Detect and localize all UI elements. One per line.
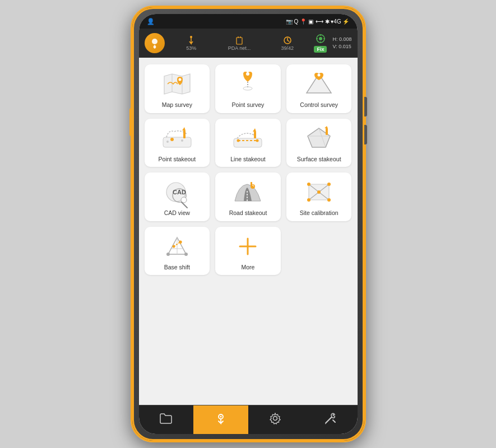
- svg-point-7: [319, 37, 322, 40]
- svg-point-25: [256, 139, 259, 142]
- device-inner: 👤 📷 Q 📍 ▣ ⟷ ✱ ▾4G ⚡: [139, 14, 358, 434]
- svg-point-24: [237, 139, 240, 142]
- h-value: H: 0.008: [332, 36, 351, 43]
- cad-view-item[interactable]: CAD CAD view: [145, 172, 210, 221]
- control-survey-label: Control survey: [300, 101, 338, 109]
- point-survey-item[interactable]: Point survey: [215, 64, 281, 113]
- app-logo[interactable]: [145, 33, 165, 53]
- site-calibration-icon: [303, 178, 335, 206]
- side-button-right-bottom[interactable]: [364, 125, 367, 144]
- bottom-nav: [139, 405, 358, 434]
- svg-point-45: [166, 253, 170, 256]
- screen: 👤 📷 Q 📍 ▣ ⟷ ✱ ▾4G ⚡: [139, 14, 358, 434]
- settings-icon: [269, 412, 281, 427]
- header-signal: 53%: [170, 36, 213, 51]
- svg-rect-2: [237, 38, 242, 44]
- point-stakeout-icon: [161, 124, 193, 152]
- header-count: 39/42: [266, 36, 309, 51]
- surface-stakeout-item[interactable]: Surface stakeout: [286, 119, 352, 167]
- network-label: PDA net...: [228, 45, 251, 51]
- svg-rect-18: [183, 130, 186, 138]
- svg-rect-23: [254, 132, 256, 138]
- control-survey-icon: [303, 70, 335, 98]
- nav-settings[interactable]: [248, 405, 303, 434]
- road-stakeout-label: Road stakeout: [229, 209, 267, 217]
- status-right-icons: ⟷ ✱ ▾4G ⚡: [316, 18, 350, 25]
- svg-line-55: [333, 420, 335, 422]
- svg-point-19: [170, 138, 174, 141]
- device: 👤 📷 Q 📍 ▣ ⟷ ✱ ▾4G ⚡: [131, 6, 366, 442]
- base-shift-label: Base shift: [164, 264, 190, 271]
- road-stakeout-icon: [232, 178, 263, 206]
- fix-badge: Fix: [314, 46, 327, 53]
- header-network: PDA net...: [218, 36, 261, 51]
- base-shift-icon: [161, 232, 193, 260]
- status-icons-text: 📷 Q 📍 ▣: [286, 18, 313, 25]
- surface-stakeout-label: Surface stakeout: [297, 156, 341, 163]
- header-coords: H: 0.008 V: 0.015: [332, 36, 351, 50]
- clock: 👤: [147, 18, 155, 25]
- line-stakeout-item[interactable]: Line stakeout: [215, 119, 281, 167]
- point-stakeout-item[interactable]: Point stakeout: [145, 119, 210, 167]
- svg-point-53: [220, 416, 221, 418]
- svg-rect-36: [251, 182, 252, 187]
- svg-point-12: [178, 78, 181, 81]
- signal-label: 53%: [186, 45, 196, 51]
- v-value: V: 0.015: [332, 43, 351, 50]
- svg-point-1: [190, 36, 192, 38]
- svg-point-48: [172, 245, 175, 248]
- more-item[interactable]: More: [215, 227, 281, 276]
- tools-icon: [324, 412, 336, 427]
- svg-point-39: [327, 183, 331, 186]
- cad-view-icon: CAD: [161, 178, 193, 206]
- header-fix: Fix: [314, 34, 327, 53]
- map-survey-icon: [161, 70, 193, 98]
- base-shift-item[interactable]: Base shift: [145, 227, 210, 276]
- svg-point-54: [274, 417, 277, 421]
- control-survey-item[interactable]: Control survey: [286, 64, 352, 113]
- site-calibration-label: Site calibration: [300, 209, 339, 217]
- survey-icon: [214, 412, 228, 427]
- status-icons: 📷 Q 📍 ▣ ⟷ ✱ ▾4G ⚡: [286, 18, 350, 25]
- nav-folder[interactable]: [139, 405, 194, 434]
- nav-survey[interactable]: [193, 405, 248, 434]
- site-calibration-item[interactable]: Site calibration: [286, 172, 352, 221]
- svg-point-13: [246, 72, 249, 76]
- count-label: 39/42: [281, 45, 294, 51]
- svg-point-21: [181, 139, 183, 142]
- status-bar: 👤 📷 Q 📍 ▣ ⟷ ✱ ▾4G ⚡: [139, 14, 358, 29]
- line-stakeout-icon: [232, 124, 263, 152]
- svg-point-16: [318, 74, 321, 77]
- app-header: 53% PDA net...: [139, 29, 358, 58]
- cad-view-label: CAD view: [164, 209, 190, 217]
- point-survey-label: Point survey: [232, 101, 265, 109]
- line-stakeout-label: Line stakeout: [230, 156, 265, 163]
- svg-point-41: [327, 198, 331, 202]
- road-stakeout-item[interactable]: Road stakeout: [215, 172, 281, 221]
- folder-icon: [159, 413, 173, 427]
- more-label: More: [242, 264, 255, 271]
- main-content: Map survey Point survey: [139, 58, 358, 405]
- point-stakeout-label: Point stakeout: [159, 156, 196, 163]
- svg-point-40: [307, 198, 310, 202]
- side-button-right-top[interactable]: [364, 97, 367, 116]
- side-button-left[interactable]: [129, 108, 132, 136]
- more-icon: [232, 232, 263, 260]
- svg-text:CAD: CAD: [173, 189, 186, 195]
- nav-tools[interactable]: [303, 405, 358, 434]
- svg-point-38: [307, 183, 310, 186]
- svg-point-42: [317, 190, 321, 194]
- svg-point-0: [152, 39, 157, 44]
- app-grid: Map survey Point survey: [145, 64, 352, 275]
- surface-stakeout-icon: [303, 124, 335, 152]
- map-survey-label: Map survey: [162, 101, 192, 109]
- svg-line-33: [182, 202, 187, 208]
- svg-point-46: [184, 253, 188, 256]
- point-survey-icon: [232, 70, 263, 98]
- map-survey-item[interactable]: Map survey: [145, 64, 210, 113]
- svg-point-20: [166, 141, 169, 143]
- svg-rect-28: [326, 128, 328, 135]
